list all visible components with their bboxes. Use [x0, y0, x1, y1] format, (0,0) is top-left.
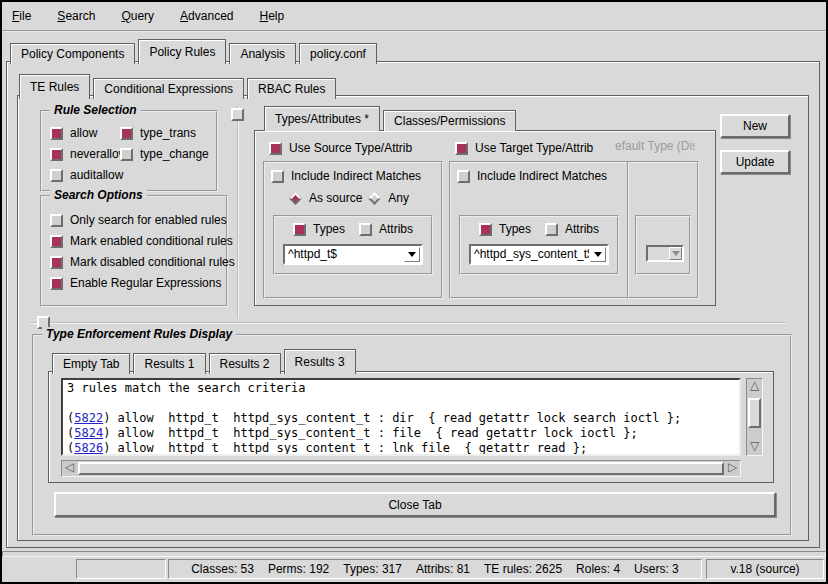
- tab-policy-conf[interactable]: policy.conf: [299, 43, 377, 64]
- rule-number-link[interactable]: 5826: [74, 441, 103, 455]
- tab-analysis[interactable]: Analysis: [229, 43, 296, 64]
- source-types-checkbox[interactable]: Types: [293, 222, 345, 236]
- default-type-combobox-disabled: [646, 245, 684, 262]
- checkbox-mark-disabled-conditional[interactable]: Mark disabled conditional rules: [50, 255, 235, 269]
- type-change-checkbox-indicator[interactable]: [120, 148, 133, 161]
- checkbox-type-change[interactable]: type_change: [120, 147, 209, 161]
- vertical-scrollbar-thumb[interactable]: [748, 398, 761, 428]
- tab-conditional-expressions[interactable]: Conditional Expressions: [93, 78, 244, 99]
- target-indirect-checkbox-indicator[interactable]: [457, 170, 470, 183]
- types-attributes-page: Use Source Type/Attrib Include Indirect …: [254, 130, 716, 306]
- target-attribs-checkbox[interactable]: Attribs: [545, 222, 599, 236]
- new-button[interactable]: New: [720, 114, 790, 138]
- tab-rbac-rules[interactable]: RBAC Rules: [247, 78, 336, 99]
- menu-help[interactable]: Help: [259, 9, 284, 23]
- radio-any[interactable]: Any: [368, 191, 409, 205]
- vertical-scrollbar[interactable]: △ ▽: [746, 378, 763, 456]
- radio-as-source[interactable]: As source: [289, 191, 362, 205]
- tab-classes-permissions[interactable]: Classes/Permissions: [383, 110, 516, 131]
- target-combo-value[interactable]: ^httpd_sys_content_t$: [471, 246, 589, 263]
- target-type-combobox[interactable]: ^httpd_sys_content_t$: [469, 244, 609, 265]
- status-users: Users: 3: [634, 562, 679, 576]
- mark-enabled-checkbox-indicator[interactable]: [50, 235, 63, 248]
- scroll-right-icon[interactable]: ▷: [725, 461, 740, 476]
- checkbox-auditallow[interactable]: auditallow: [50, 168, 123, 182]
- tab-results-1[interactable]: Results 1: [133, 353, 205, 374]
- source-combo-dropdown-button[interactable]: [404, 247, 420, 262]
- source-types-label: Types: [313, 222, 345, 236]
- only-enabled-checkbox-indicator[interactable]: [50, 214, 63, 227]
- horizontal-scrollbar-thumb[interactable]: [78, 462, 724, 475]
- source-indirect-checkbox[interactable]: Include Indirect Matches: [271, 169, 441, 183]
- use-source-checkbox[interactable]: Use Source Type/Attrib: [269, 139, 443, 157]
- source-attribs-checkbox[interactable]: Attribs: [359, 222, 413, 236]
- close-tab-button[interactable]: Close Tab: [54, 492, 776, 517]
- tab-te-rules[interactable]: TE Rules: [19, 74, 90, 99]
- allow-checkbox-indicator[interactable]: [50, 127, 63, 140]
- scroll-left-icon[interactable]: ◁: [62, 461, 77, 476]
- scroll-down-icon[interactable]: ▽: [747, 440, 762, 455]
- source-attribs-checkbox-indicator[interactable]: [359, 223, 372, 236]
- status-attribs: Attribs: 81: [416, 562, 470, 576]
- auditallow-checkbox-indicator[interactable]: [50, 169, 63, 182]
- mark-disabled-label: Mark disabled conditional rules: [70, 255, 235, 269]
- tab-types-attributes[interactable]: Types/Attributes *: [264, 106, 380, 131]
- checkbox-enable-regex[interactable]: Enable Regular Expressions: [50, 276, 235, 290]
- te-rules-display-group: Type Enforcement Rules Display Empty Tab…: [32, 334, 792, 536]
- use-target-checkbox[interactable]: Use Target Type/Attrib: [455, 139, 629, 157]
- mark-disabled-checkbox-indicator[interactable]: [50, 256, 63, 269]
- horizontal-sash[interactable]: [30, 322, 786, 324]
- allow-label: allow: [70, 126, 97, 140]
- target-types-checkbox[interactable]: Types: [479, 222, 531, 236]
- tab-policy-components[interactable]: Policy Components: [10, 43, 135, 64]
- target-indirect-checkbox[interactable]: Include Indirect Matches: [457, 169, 627, 183]
- menu-search[interactable]: Search: [57, 9, 95, 23]
- target-combo-dropdown-button[interactable]: [590, 247, 606, 262]
- status-classes: Classes: 53: [191, 562, 254, 576]
- as-source-radio-indicator[interactable]: [289, 192, 302, 205]
- dropdown-arrow-icon: [594, 252, 602, 257]
- checkbox-type-trans[interactable]: type_trans: [120, 126, 196, 140]
- vertical-sash[interactable]: [237, 106, 239, 318]
- scroll-up-icon[interactable]: △: [747, 379, 762, 394]
- results-textarea[interactable]: 3 rules match the search criteria (5822)…: [61, 378, 741, 456]
- tab-results-2[interactable]: Results 2: [209, 353, 281, 374]
- vertical-sash-grip[interactable]: [231, 108, 244, 121]
- rule-selection-title: Rule Selection: [50, 103, 141, 117]
- menu-file[interactable]: File: [12, 9, 31, 23]
- menu-query[interactable]: Query: [121, 9, 154, 23]
- mark-enabled-label: Mark enabled conditional rules: [70, 234, 233, 248]
- status-roles: Roles: 4: [576, 562, 620, 576]
- checkbox-only-enabled-rules[interactable]: Only search for enabled rules: [50, 213, 235, 227]
- source-combo-value[interactable]: ^httpd_t$: [285, 246, 403, 263]
- tab-empty-tab[interactable]: Empty Tab: [52, 353, 130, 374]
- checkbox-mark-enabled-conditional[interactable]: Mark enabled conditional rules: [50, 234, 235, 248]
- source-type-combobox[interactable]: ^httpd_t$: [283, 244, 423, 265]
- tab-results-3[interactable]: Results 3: [284, 349, 356, 374]
- use-source-checkbox-indicator[interactable]: [269, 142, 282, 155]
- source-types-checkbox-indicator[interactable]: [293, 223, 306, 236]
- menu-advanced[interactable]: Advanced: [180, 9, 233, 23]
- types-attribs-notebook: Types/Attributes * Classes/Permissions U…: [254, 106, 716, 306]
- type-trans-checkbox-indicator[interactable]: [120, 127, 133, 140]
- tab-policy-rules[interactable]: Policy Rules: [138, 39, 226, 64]
- checkbox-allow[interactable]: allow: [50, 126, 97, 140]
- use-target-checkbox-indicator[interactable]: [455, 142, 468, 155]
- enable-regex-checkbox-indicator[interactable]: [50, 277, 63, 290]
- neverallow-checkbox-indicator[interactable]: [50, 148, 63, 161]
- checkbox-neverallow[interactable]: neverallow: [50, 147, 127, 161]
- target-types-checkbox-indicator[interactable]: [479, 223, 492, 236]
- horizontal-scrollbar[interactable]: ◁ ▷: [61, 460, 741, 477]
- rule-number-link[interactable]: 5822: [74, 411, 103, 425]
- rule-number-link[interactable]: 5824: [74, 426, 103, 440]
- update-button[interactable]: Update: [720, 150, 790, 174]
- menu-help-mnemonic: H: [259, 9, 268, 23]
- source-indirect-checkbox-indicator[interactable]: [271, 170, 284, 183]
- source-frame: Include Indirect Matches As source Any: [263, 161, 443, 299]
- main-tabbar: Policy Components Policy Rules Analysis …: [10, 39, 380, 63]
- target-attribs-checkbox-indicator[interactable]: [545, 223, 558, 236]
- any-radio-indicator[interactable]: [368, 192, 381, 205]
- any-label: Any: [388, 191, 409, 205]
- default-type-label: efault Type (Disa: [615, 139, 695, 157]
- use-target-label: Use Target Type/Attrib: [475, 141, 593, 155]
